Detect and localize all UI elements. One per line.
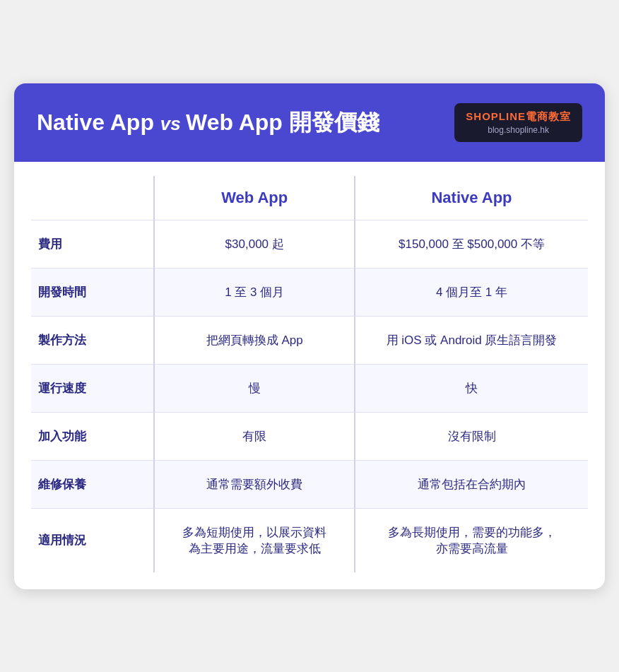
brand-name: SHOPLINE電商教室 [466,110,571,124]
title-vs: vs [160,113,186,134]
table-row: 開發時間1 至 3 個月4 個月至 1 年 [31,268,588,316]
row-native-value: 快 [354,364,588,412]
row-native-value: 沒有限制 [354,412,588,460]
th-web-app: Web App [153,176,354,220]
main-card: Native App vs Web App 開發價錢 SHOPLINE電商教室 … [14,83,605,589]
row-label: 開發時間 [31,268,153,316]
row-label: 運行速度 [31,364,153,412]
th-native-app: Native App [354,176,588,220]
row-web-value: $30,000 起 [153,220,354,268]
row-native-value: 通常包括在合約期內 [354,460,588,508]
table-row: 適用情況多為短期使用，以展示資料為主要用途，流量要求低多為長期使用，需要的功能多… [31,508,588,572]
title-suffix: 開發價錢 [289,110,379,135]
header-title: Native App vs Web App 開發價錢 [37,109,379,136]
row-web-value: 多為短期使用，以展示資料為主要用途，流量要求低 [153,508,354,572]
row-web-value: 1 至 3 個月 [153,268,354,316]
table-row: 運行速度慢快 [31,364,588,412]
title-web-app: Web App [186,110,283,135]
th-label [31,176,153,220]
row-native-value: 多為長期使用，需要的功能多，亦需要高流量 [354,508,588,572]
row-web-value: 通常需要額外收費 [153,460,354,508]
table-row: 加入功能有限沒有限制 [31,412,588,460]
table-row: 費用$30,000 起$150,000 至 $500,000 不等 [31,220,588,268]
header: Native App vs Web App 開發價錢 SHOPLINE電商教室 … [14,83,605,162]
row-native-value: 用 iOS 或 Android 原生語言開發 [354,316,588,364]
row-label: 製作方法 [31,316,153,364]
table-container: Web App Native App 費用$30,000 起$150,000 至… [14,162,605,589]
row-native-value: $150,000 至 $500,000 不等 [354,220,588,268]
comparison-table: Web App Native App 費用$30,000 起$150,000 至… [31,176,588,572]
table-row: 維修保養通常需要額外收費通常包括在合約期內 [31,460,588,508]
row-label: 維修保養 [31,460,153,508]
row-label: 適用情況 [31,508,153,572]
table-row: 製作方法把網頁轉換成 App用 iOS 或 Android 原生語言開發 [31,316,588,364]
brand-box: SHOPLINE電商教室 blog.shopline.hk [454,103,582,142]
row-native-value: 4 個月至 1 年 [354,268,588,316]
row-web-value: 把網頁轉換成 App [153,316,354,364]
row-web-value: 有限 [153,412,354,460]
row-web-value: 慢 [153,364,354,412]
row-label: 加入功能 [31,412,153,460]
brand-url: blog.shopline.hk [466,125,571,135]
table-header-row: Web App Native App [31,176,588,220]
title-native-app: Native App [37,110,154,135]
row-label: 費用 [31,220,153,268]
